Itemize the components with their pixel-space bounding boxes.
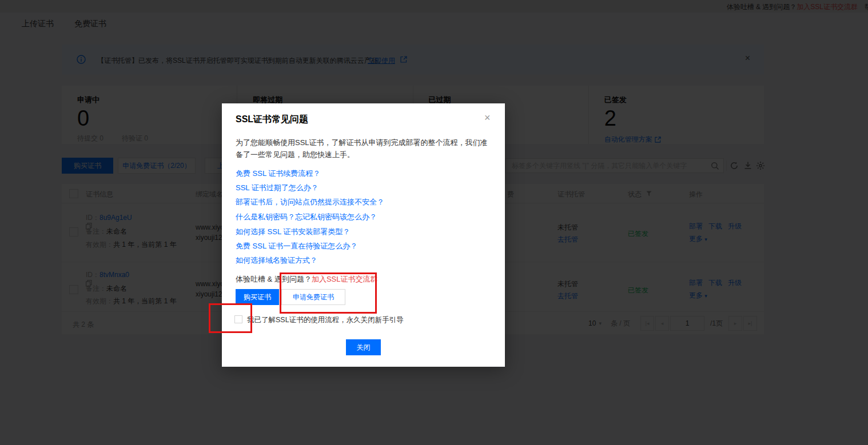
faq-link-deploy-type[interactable]: 如何选择 SSL 证书安装部署类型？ (236, 227, 350, 237)
dont-show-again-label: 我已了解SSL证书的使用流程，永久关闭新手引导 (247, 315, 404, 325)
dialog-close-icon[interactable]: × (484, 113, 491, 123)
buy-cert-button[interactable]: 购买证书 (236, 289, 279, 305)
faq-link-domain-verify[interactable]: 如何选择域名验证方式？ (236, 255, 317, 266)
annotation-box-group-link (280, 272, 377, 314)
ssl-console-page: 体验吐槽 & 遇到问题？加入SSL证书交流群帮 上传证书 免费证书 【证书托管】… (0, 0, 868, 445)
dialog-title: SSL证书常见问题 (236, 114, 308, 126)
close-dialog-button[interactable]: 关闭 (346, 339, 381, 355)
dialog-intro: 为了您能顺畅使用SSL证书，了解证书从申请到完成部署的整个流程，我们准备了一些常… (236, 137, 494, 161)
faq-link-insecure[interactable]: 部署证书后，访问站点仍然提示连接不安全？ (236, 197, 384, 207)
annotation-box-checkbox (209, 303, 252, 333)
faq-link-renew[interactable]: 免费 SSL 证书续费流程？ (236, 169, 320, 179)
faq-link-private-key[interactable]: 什么是私钥密码？忘记私钥密码该怎么办？ (236, 212, 377, 222)
faq-link-pending-verify[interactable]: 免费 SSL 证书一直在待验证怎么办？ (236, 241, 357, 251)
ssl-faq-dialog: SSL证书常见问题 × 为了您能顺畅使用SSL证书，了解证书从申请到完成部署的整… (222, 103, 505, 367)
faq-link-expired[interactable]: SSL 证书过期了怎么办？ (236, 183, 318, 193)
